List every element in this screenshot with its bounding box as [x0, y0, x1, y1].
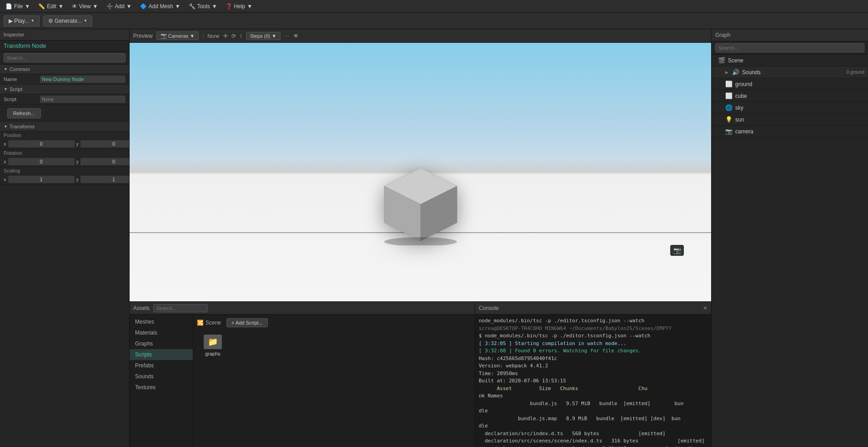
sky-icon: 🌐	[725, 104, 733, 111]
script-input[interactable]	[40, 96, 125, 103]
assets-nav-sounds[interactable]: Sounds	[130, 371, 193, 382]
pos-x-input[interactable]	[8, 140, 75, 147]
scaling-label: Scaling	[0, 167, 129, 174]
console-content[interactable]: node_modules/.bin/tsc -p ./editor.tsconf…	[475, 315, 711, 447]
rot-y-label: y	[76, 159, 79, 164]
assets-folder-list: 📁 graphs	[197, 331, 471, 360]
inspector-search-container	[0, 51, 129, 65]
preview-sep2: —	[284, 33, 290, 39]
refresh-button[interactable]: Refresh...	[7, 108, 41, 118]
add-script-button[interactable]: + Add Script...	[226, 318, 268, 327]
menu-help[interactable]: ❓ Help ▼	[222, 2, 256, 10]
help-caret: ▼	[247, 3, 252, 10]
script-arrow: ▼	[4, 87, 8, 91]
pos-x-label: x	[4, 141, 6, 147]
scaling-row: x y z	[0, 174, 129, 185]
graph-item-ground[interactable]: ⬜ground	[712, 78, 868, 90]
scale-x-input[interactable]	[8, 176, 75, 183]
position-label: Position	[0, 132, 129, 139]
console-line: dle	[479, 422, 707, 430]
menu-file[interactable]: 📄 File ▼	[2, 2, 34, 10]
console-close-icon[interactable]: ✕	[703, 305, 707, 311]
graph-item-scene[interactable]: 🎬Scene	[712, 55, 868, 66]
bottom-panel: Assets Meshes Materials Graphs	[130, 301, 711, 447]
assets-nav-prefabs[interactable]: Prefabs	[130, 360, 193, 371]
add-caret: ▼	[126, 3, 132, 10]
play-caret: ▼	[31, 19, 35, 23]
script-section-header[interactable]: ▼ Script	[0, 85, 129, 94]
inspector-node-title: Transform Node	[0, 41, 129, 51]
menu-view[interactable]: 👁 View ▼	[68, 2, 102, 10]
folder-item-graphs[interactable]: 📁 graphs	[197, 331, 229, 360]
console-line: bundle.js 9.57 MiB bundle [emitted] bun	[479, 400, 707, 408]
eye-icon[interactable]: 👁	[293, 33, 299, 39]
sounds-icon: 🔊	[732, 69, 739, 76]
cube-icon: ⬜	[725, 92, 733, 99]
ground-icon: ⬜	[725, 81, 733, 87]
rot-y-input[interactable]	[80, 158, 130, 165]
generate-caret: ▼	[84, 19, 87, 23]
console-line: screa@DESKTOP-TR4C8HD MINGW64 ~/Document…	[479, 325, 707, 333]
rot-x-input[interactable]	[8, 158, 75, 165]
console-line: node_modules/.bin/tsc -p ./editor.tsconf…	[479, 317, 707, 325]
console-line: $ node_modules/.bin/tsc -p ./editor.tsco…	[479, 332, 707, 340]
play-button[interactable]: ▶ Play... ▼	[4, 15, 40, 26]
console-line: declaration/src/index.d.ts 568 bytes [em…	[479, 430, 707, 438]
assets-nav-graphs[interactable]: Graphs	[130, 338, 193, 349]
graph-item-sounds[interactable]: ▶🔊Sounds0 ground	[712, 66, 868, 78]
script-label: Script	[4, 97, 40, 102]
camera-icon: 📷	[725, 128, 733, 135]
menu-add-mesh[interactable]: 🔷 Add Mesh ▼	[136, 2, 184, 10]
pos-y-input[interactable]	[80, 140, 130, 147]
folder-name-graphs: graphs	[205, 351, 221, 356]
graph-item-camera[interactable]: 📷camera	[712, 126, 868, 137]
assets-nav-meshes[interactable]: Meshes	[130, 316, 193, 327]
graph-search-input[interactable]	[715, 43, 864, 52]
console-line: Built at: 2020-07-06 13:53:15	[479, 377, 707, 385]
scene-folder-icon: 🔀	[197, 320, 204, 326]
rotation-label: Rotation	[0, 149, 129, 157]
add-mesh-icon: 🔷	[140, 3, 147, 10]
preview-title: Preview	[133, 33, 153, 39]
transforms-section-header[interactable]: ▼ Transforms	[0, 122, 129, 132]
console-line: bundle.js.map 8.9 MiB bundle [emitted] […	[479, 415, 707, 423]
tools-caret: ▼	[212, 3, 217, 10]
console-line: [ 3:32:08 ] Found 0 errors. Watching for…	[479, 347, 707, 355]
menu-edit[interactable]: ✏️ Edit ▼	[35, 2, 67, 10]
camera-overlay-icon: 📷	[670, 245, 684, 256]
assets-nav-textures[interactable]: Textures	[130, 382, 193, 393]
script-property-row: Script	[0, 94, 129, 105]
common-section-header[interactable]: ▼ Common	[0, 65, 129, 74]
menu-add[interactable]: ➕ Add ▼	[103, 2, 135, 10]
rotate-icon[interactable]: ⟳	[231, 33, 236, 39]
assets-nav-scripts[interactable]: Scripts	[130, 349, 193, 360]
scale-y-label: y	[76, 177, 79, 182]
graph-item-cube[interactable]: ⬜cube	[712, 90, 868, 102]
camera-icon-btn: 📷	[161, 33, 167, 39]
cube-svg	[375, 163, 466, 245]
graph-items-container: 🎬Scene▶🔊Sounds0 ground⬜ground⬜cube🌐sky💡s…	[712, 55, 868, 137]
inspector-search-input[interactable]	[4, 53, 125, 62]
graph-item-sun[interactable]: 💡sun	[712, 114, 868, 126]
scale-y-input[interactable]	[80, 176, 130, 183]
preview-canvas[interactable]: 📷	[130, 43, 711, 301]
preview-cube	[375, 163, 466, 247]
assets-search-input[interactable]	[153, 304, 208, 312]
menu-tools[interactable]: 🔧 Tools ▼	[185, 2, 221, 10]
rotation-row: x y z	[0, 157, 129, 167]
console-line: [ 3:32:05 ] Starting compilation in watc…	[479, 340, 707, 348]
console-line: declaration/src/scenes/tools.d.ts 2.91 K…	[479, 445, 707, 447]
name-label: Name	[4, 76, 40, 82]
edit-icon: ✏️	[38, 3, 45, 10]
steps-button[interactable]: Steps (0) ▼	[246, 32, 281, 40]
cameras-button[interactable]: 📷 Cameras ▼	[156, 31, 199, 40]
scale-icon[interactable]: ↕	[240, 33, 242, 39]
tools-icon: 🔧	[189, 3, 196, 10]
move-icon[interactable]: ✛	[223, 33, 228, 39]
steps-caret: ▼	[271, 33, 276, 39]
graph-item-sky[interactable]: 🌐sky	[712, 102, 868, 114]
generate-button[interactable]: ⚙ Generate... ▼	[43, 15, 92, 26]
assets-nav-materials[interactable]: Materials	[130, 327, 193, 338]
name-input[interactable]	[40, 76, 125, 83]
inspector-header: Inspector	[0, 29, 129, 41]
